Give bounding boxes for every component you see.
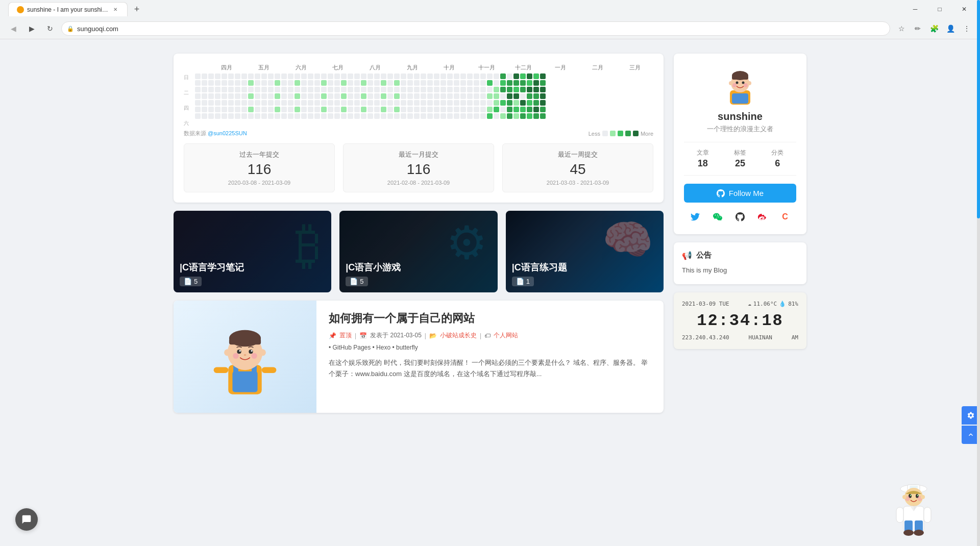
- category-card-3[interactable]: |C语言练习题 📄 1: [506, 211, 664, 292]
- contrib-cell: [500, 107, 506, 112]
- contrib-cell: [348, 87, 353, 92]
- category-card-2[interactable]: |C语言小游戏 📄 5: [339, 211, 497, 292]
- active-tab[interactable]: sunshine - I am your sunshine ✕: [8, 2, 128, 16]
- contrib-cell: [394, 87, 400, 92]
- contrib-cell: [334, 93, 340, 99]
- contrib-cell: [275, 80, 280, 86]
- cat-count-icon-1: 📄: [184, 278, 192, 285]
- contrib-cell: [288, 113, 293, 119]
- contrib-cell: [354, 80, 360, 86]
- more-button[interactable]: ⋮: [960, 21, 974, 36]
- contrib-cell: [474, 113, 479, 119]
- contrib-cell: [421, 80, 426, 86]
- reload-button[interactable]: ↻: [43, 21, 57, 36]
- source-link[interactable]: @sun0225SUN: [208, 130, 247, 136]
- page-wrapper: 四月 五月 六月 七月 八月 九月 十月 十一月 十二月 一月 二月 三月: [0, 39, 980, 539]
- contrib-cell: [513, 80, 519, 86]
- contrib-cell: [328, 73, 333, 79]
- contrib-cell: [361, 93, 366, 99]
- contrib-cell: [268, 73, 274, 79]
- contrib-cell: [414, 100, 420, 106]
- wechat-icon[interactable]: [710, 210, 725, 224]
- new-tab-button[interactable]: +: [130, 2, 144, 16]
- stat-tags-label: 标签: [734, 148, 746, 157]
- contrib-cell: [401, 113, 406, 119]
- contrib-cell: [215, 113, 220, 119]
- contrib-cell: [394, 73, 400, 79]
- contrib-cell: [202, 113, 207, 119]
- contrib-cell: [241, 73, 247, 79]
- month-4: 七月: [320, 64, 357, 71]
- contrib-cell: [328, 93, 333, 99]
- contrib-cell: [480, 87, 486, 92]
- twitter-icon[interactable]: [688, 210, 702, 224]
- bookmark-icon[interactable]: ☆: [894, 21, 909, 36]
- maximize-button[interactable]: □: [928, 1, 951, 17]
- contrib-cell: [454, 100, 459, 106]
- contrib-cell: [368, 100, 373, 106]
- contrib-cell: [407, 113, 413, 119]
- category-card-1[interactable]: |C语言学习笔记 📄 5: [174, 211, 331, 292]
- contrib-cell: [241, 113, 247, 119]
- github-icon: [717, 189, 725, 197]
- contrib-cell: [507, 80, 512, 86]
- contrib-cell: [301, 107, 307, 112]
- blog-post-title[interactable]: 如何拥有一个属于自己的网站: [329, 311, 651, 326]
- forward-button[interactable]: ▶: [24, 21, 39, 36]
- svg-point-27: [729, 81, 733, 85]
- contrib-cell: [235, 80, 240, 86]
- contrib-cell: [480, 100, 486, 106]
- contrib-cell: [440, 73, 446, 79]
- contrib-cell: [314, 87, 320, 92]
- history-link[interactable]: 小破站成长史: [440, 331, 477, 340]
- close-window-button[interactable]: ✕: [952, 1, 976, 17]
- pin-label[interactable]: 置顶: [339, 331, 352, 340]
- contrib-cell: [513, 100, 519, 106]
- contrib-cell: [513, 73, 519, 79]
- contrib-cell: [374, 93, 380, 99]
- chat-bubble[interactable]: [15, 508, 38, 531]
- category-cards: |C语言学习笔记 📄 5 |C语言小游戏 📄 5: [174, 211, 664, 292]
- contrib-cell: [281, 87, 287, 92]
- follow-button[interactable]: Follow Me: [684, 184, 796, 203]
- back-button[interactable]: ◀: [6, 21, 20, 36]
- stat-articles: 文章 18: [697, 148, 709, 169]
- tag-link[interactable]: 个人网站: [494, 331, 518, 340]
- contrib-cell: [308, 87, 313, 92]
- contrib-cell: [394, 80, 400, 86]
- month-10: 一月: [542, 64, 579, 71]
- contrib-cell: [321, 113, 327, 119]
- contrib-cell: [308, 100, 313, 106]
- address-bar[interactable]: 🔒 sunguoqi.com: [61, 21, 890, 36]
- pen-icon[interactable]: ✏: [911, 21, 925, 36]
- contrib-cell: [387, 107, 393, 112]
- contrib-cell: [440, 87, 446, 92]
- contrib-cell: [513, 93, 519, 99]
- contrib-cell: [401, 87, 406, 92]
- contrib-cell: [261, 87, 267, 92]
- contrib-cell: [235, 113, 240, 119]
- profile-icon[interactable]: 👤: [943, 21, 958, 36]
- scrollbar[interactable]: [977, 0, 980, 546]
- contrib-cell: [202, 107, 207, 112]
- contrib-cell: [434, 93, 439, 99]
- github-social-icon[interactable]: [733, 210, 747, 224]
- contrib-cell: [361, 80, 366, 86]
- svg-point-52: [914, 530, 924, 536]
- contrib-cell: [334, 87, 340, 92]
- contrib-cell: [208, 73, 214, 79]
- tab-close-button[interactable]: ✕: [112, 6, 119, 13]
- blog-post-image: [174, 301, 316, 413]
- contrib-cell: [215, 87, 220, 92]
- contrib-cell: [195, 80, 201, 86]
- csdn-icon[interactable]: C: [778, 210, 792, 224]
- weibo-icon[interactable]: [755, 210, 770, 224]
- svg-point-41: [902, 495, 906, 499]
- weather-icon: ☁: [748, 301, 751, 307]
- extensions-icon[interactable]: 🧩: [927, 21, 941, 36]
- contrib-cell: [314, 80, 320, 86]
- contrib-cell: [447, 100, 453, 106]
- minimize-button[interactable]: ─: [903, 1, 927, 17]
- contrib-cell: [228, 80, 234, 86]
- contrib-cell: [434, 73, 439, 79]
